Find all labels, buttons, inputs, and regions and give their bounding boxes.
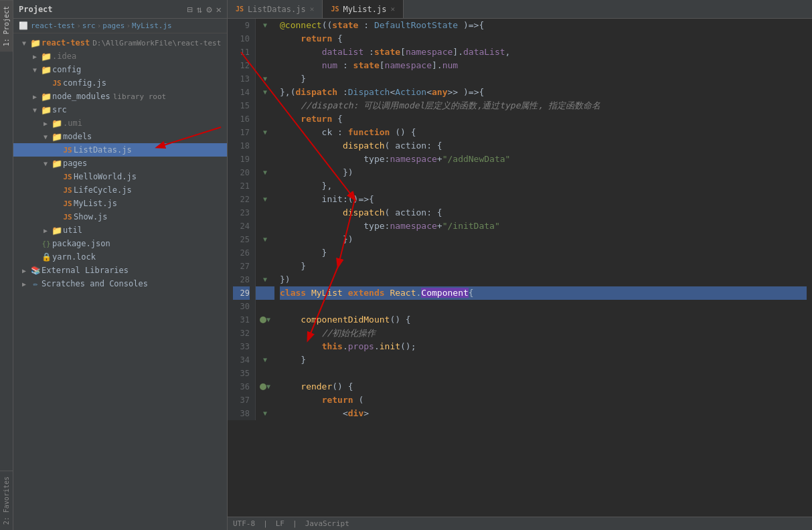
fold-icon: ▼ [263, 86, 267, 99]
code-line-33: this.props.init(); [280, 340, 807, 353]
status-separator: | [293, 519, 297, 528]
tab-mylist[interactable]: JS MyList.js ✕ [323, 0, 404, 18]
project-panel: Project ⊟ ⇅ ⚙ ✕ ⬜ react-test › src › pag… [13, 0, 228, 530]
code-line-20: }) [280, 166, 807, 179]
vertical-tab-favorites-label: 2: Favorites [3, 476, 10, 525]
tree-item-package-json[interactable]: {} package.json [13, 237, 227, 250]
tab-label: MyList.js [343, 5, 386, 14]
tab-listdatas[interactable]: JS ListDatas.js ✕ [228, 0, 323, 18]
tree-label: Show.js [74, 212, 108, 222]
tree-item-helloworld[interactable]: JS HelloWorld.js [13, 170, 227, 183]
tree-item-listdatas[interactable]: JS ListDatas.js [13, 143, 227, 157]
breakpoint-icon [260, 317, 266, 323]
tab-file-icon: JS [331, 5, 339, 13]
tree-label: MyList.js [74, 199, 117, 208]
tab-close-icon[interactable]: ✕ [310, 5, 315, 13]
code-line-18: dispatch( action: { [280, 139, 807, 153]
code-editor[interactable]: 9 10 11 12 13 14 15 16 17 18 19 20 21 22… [228, 19, 812, 517]
status-encoding: UTF-8 [233, 519, 255, 528]
expand-arrow: ▶ [19, 280, 29, 288]
expand-arrow: ▶ [29, 53, 40, 60]
js-file-icon: JS [62, 213, 74, 222]
library-icon: 📚 [29, 266, 42, 275]
code-line-22: init:()=>{ [280, 193, 807, 206]
panel-header: Project ⊟ ⇅ ⚙ ✕ [13, 0, 227, 19]
tree-label: util [63, 226, 82, 235]
tree-item-react-test[interactable]: ▼ 📁 react-test D:\AllGramWorkFile\react-… [13, 36, 227, 50]
folder-icon: 📁 [40, 65, 52, 75]
code-line-12: num : state[namespace].num [280, 59, 807, 72]
settings-gear-icon[interactable]: ⚙ [206, 5, 212, 14]
fold-icon: ▼ [266, 313, 270, 327]
tree-item-config[interactable]: ▼ 📁 config [13, 63, 227, 76]
status-line-sep: | [263, 519, 268, 528]
tree-label: LifeCycle.js [74, 185, 132, 195]
tree-item-external-libraries[interactable]: ▶ 📚 External Libraries [13, 264, 227, 277]
tree-item-src[interactable]: ▼ 📁 src [13, 103, 227, 116]
code-line-21: }, [280, 179, 807, 193]
tree-item-idea[interactable]: ▶ 📁 .idea [13, 50, 227, 63]
tree-path: D:\AllGramWorkFile\react-test [92, 39, 221, 48]
fold-icon: ▼ [263, 193, 267, 206]
code-line-9: @connect((state : DefaultRootState )=>{ [280, 19, 807, 32]
code-line-13: } [280, 72, 807, 86]
folder-icon: 📁 [40, 52, 52, 62]
tree-label: .umi [63, 118, 82, 128]
js-file-icon: JS [62, 186, 74, 195]
vertical-tab-favorites[interactable]: 2: Favorites [0, 470, 13, 530]
tab-bar: JS ListDatas.js ✕ JS MyList.js ✕ [228, 0, 812, 19]
lock-file-icon: 🔒 [40, 252, 52, 262]
tree-label: src [52, 105, 67, 114]
sort-icon[interactable]: ⇅ [197, 5, 202, 14]
fold-icon: ▼ [266, 380, 270, 393]
tree-item-lifecycle[interactable]: JS LifeCycle.js [13, 183, 227, 197]
tree-item-show[interactable]: JS Show.js [13, 210, 227, 224]
expand-arrow: ▶ [40, 120, 51, 127]
tree-item-umi[interactable]: ▶ 📁 .umi [13, 116, 227, 130]
breadcrumb-part2[interactable]: src [82, 21, 96, 30]
code-line-14: },(dispatch :Dispatch<Action<any>> )=>{ [280, 86, 807, 99]
code-line-25: }) [280, 233, 807, 246]
code-line-26: } [280, 246, 807, 260]
code-line-31: componentDidMount() { [280, 313, 807, 327]
tree-label: config [52, 65, 81, 74]
expand-arrow: ▼ [40, 160, 51, 167]
status-line-ending: LF [276, 519, 285, 528]
fold-icon: ▼ [263, 19, 267, 32]
line-numbers: 9 10 11 12 13 14 15 16 17 18 19 20 21 22… [228, 19, 256, 420]
vertical-tab-project[interactable]: 1: Project [0, 0, 13, 52]
tree-label: pages [63, 159, 87, 168]
tree-label: node_modules [52, 92, 110, 101]
tree-item-pages[interactable]: ▼ 📁 pages [13, 157, 227, 170]
tree-label: .idea [52, 52, 76, 61]
tree-item-yarn-lock[interactable]: 🔒 yarn.lock [13, 250, 227, 264]
breadcrumb-part4[interactable]: MyList.js [132, 21, 172, 30]
tree-item-util[interactable]: ▶ 📁 util [13, 224, 227, 237]
breadcrumb-part1[interactable]: react-test [31, 21, 75, 30]
fold-icon: ▼ [263, 273, 267, 286]
tree-label: config.js [63, 78, 106, 88]
code-line-19: type:namespace+"/addNewData" [280, 153, 807, 166]
breadcrumb-part3[interactable]: pages [102, 21, 125, 30]
code-line-37: return ( [280, 393, 807, 407]
tab-close-icon[interactable]: ✕ [390, 5, 395, 13]
tree-item-scratches[interactable]: ▶ ✏️ Scratches and Consoles [13, 277, 227, 290]
fold-icon: ▼ [263, 353, 267, 367]
tree-item-node-modules[interactable]: ▶ 📁 node_modules library root [13, 90, 227, 103]
folder-icon: 📁 [29, 38, 42, 48]
collapse-all-icon[interactable]: ⊟ [187, 5, 192, 14]
tree-item-config-js[interactable]: JS config.js [13, 76, 227, 90]
editor-gutter: ▼ ▼ ▼ ▼ ▼ ▼ ▼ [256, 19, 274, 420]
code-line-30 [280, 300, 807, 313]
close-panel-icon[interactable]: ✕ [216, 5, 222, 14]
code-container: 9 10 11 12 13 14 15 16 17 18 19 20 21 22… [228, 19, 812, 420]
fold-icon: ▼ [263, 166, 267, 179]
code-lines[interactable]: @connect((state : DefaultRootState )=>{ … [274, 19, 812, 420]
code-line-10: return { [280, 32, 807, 46]
status-bar: UTF-8 | LF | JavaScript [228, 517, 812, 530]
scratches-icon: ✏️ [29, 279, 42, 288]
js-file-icon: JS [51, 79, 63, 88]
tree-item-mylist[interactable]: JS MyList.js [13, 197, 227, 210]
tree-item-models[interactable]: ▼ 📁 models [13, 130, 227, 143]
js-file-icon: JS [62, 146, 74, 155]
